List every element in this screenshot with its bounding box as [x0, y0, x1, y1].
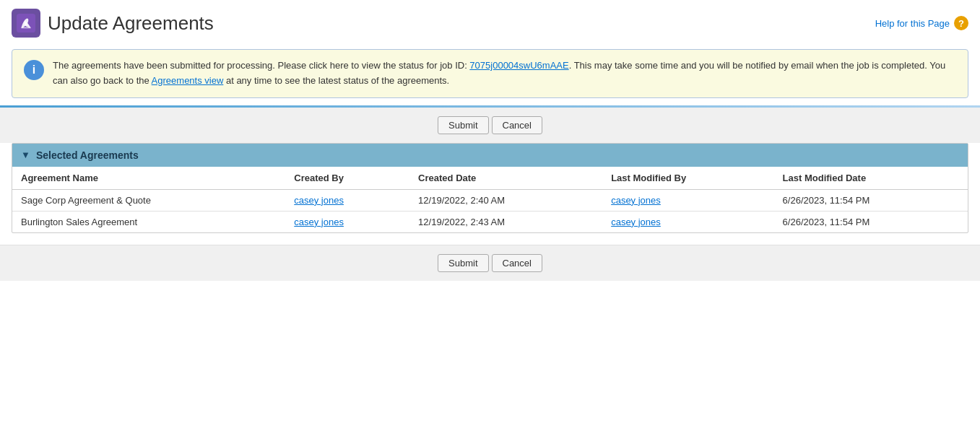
cell-created-date: 12/19/2022, 2:40 AM	[409, 189, 602, 211]
created-by-link[interactable]: casey jones	[294, 217, 344, 227]
notification-text: The agreements have been submitted for p…	[53, 58, 956, 89]
notification-message-part1: The agreements have been submitted for p…	[53, 60, 469, 71]
collapse-triangle-icon[interactable]: ▼	[21, 149, 30, 160]
col-last-modified-by: Last Modified By	[602, 167, 773, 190]
agreements-view-link[interactable]: Agreements view	[152, 75, 224, 86]
table-header-row: Agreement Name Created By Created Date L…	[12, 167, 968, 190]
toolbar-top: Submit Cancel	[0, 108, 980, 143]
col-agreement-name: Agreement Name	[12, 167, 285, 190]
page-header: Update Agreements Help for this Page ?	[0, 0, 980, 43]
last-modified-by-link[interactable]: casey jones	[611, 217, 661, 227]
cancel-button-top[interactable]: Cancel	[492, 116, 542, 134]
cell-agreement-name: Burlington Sales Agreement	[12, 211, 285, 232]
cell-created-by: casey jones	[285, 211, 409, 232]
col-last-modified-date: Last Modified Date	[774, 167, 968, 190]
cell-created-by: casey jones	[285, 189, 409, 211]
cell-agreement-name: Sage Corp Agreement & Quote	[12, 189, 285, 211]
notification-box: i The agreements have been submitted for…	[12, 49, 968, 98]
page-wrapper: Update Agreements Help for this Page ? i…	[0, 0, 980, 436]
last-modified-by-link[interactable]: casey jones	[611, 195, 661, 206]
notification-message-part3: at any time to see the latest status of …	[223, 75, 449, 86]
col-created-by: Created By	[285, 167, 409, 190]
col-created-date: Created Date	[409, 167, 602, 190]
help-icon: ?	[954, 16, 968, 30]
job-id-link[interactable]: 7075j00004swU6mAAE	[469, 60, 568, 71]
table-row: Burlington Sales Agreement casey jones 1…	[12, 211, 968, 232]
cell-created-date: 12/19/2022, 2:43 AM	[409, 211, 602, 232]
cell-last-modified-date: 6/26/2023, 11:54 PM	[774, 211, 968, 232]
help-link-text: Help for this Page	[875, 18, 950, 29]
toolbar-bottom: Submit Cancel	[0, 245, 980, 281]
header-left: Update Agreements	[12, 9, 214, 38]
section-header: ▼ Selected Agreements	[12, 144, 968, 167]
selected-agreements-section: ▼ Selected Agreements Agreement Name Cre…	[12, 143, 968, 233]
created-by-link[interactable]: casey jones	[294, 195, 344, 206]
cancel-button-bottom[interactable]: Cancel	[492, 254, 542, 272]
help-link[interactable]: Help for this Page ?	[875, 16, 968, 30]
agreements-table: Agreement Name Created By Created Date L…	[12, 167, 968, 232]
submit-button-top[interactable]: Submit	[438, 116, 488, 134]
page-title: Update Agreements	[48, 12, 214, 35]
info-icon: i	[24, 60, 44, 80]
cell-last-modified-by: casey jones	[602, 189, 773, 211]
cell-last-modified-by: casey jones	[602, 211, 773, 232]
app-icon	[12, 9, 40, 38]
section-title: Selected Agreements	[36, 149, 139, 161]
submit-button-bottom[interactable]: Submit	[438, 254, 488, 272]
table-row: Sage Corp Agreement & Quote casey jones …	[12, 189, 968, 211]
cell-last-modified-date: 6/26/2023, 11:54 PM	[774, 189, 968, 211]
